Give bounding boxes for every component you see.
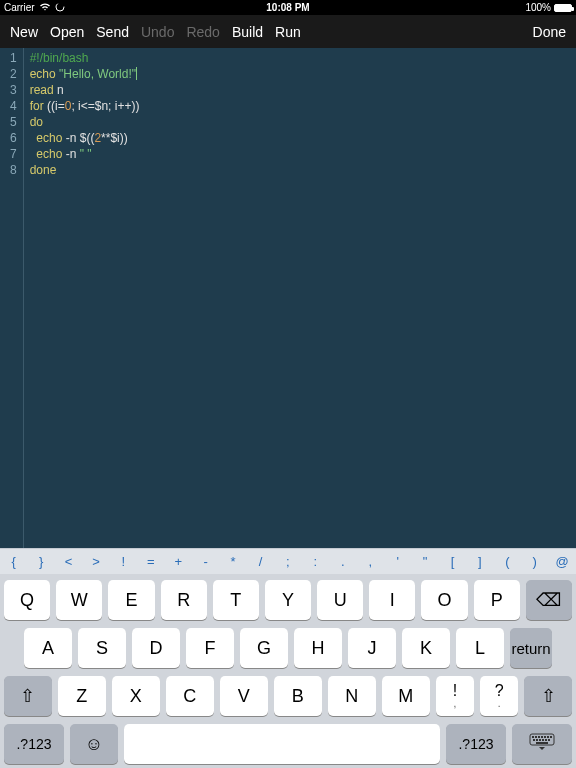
symbol-key[interactable]: * <box>219 554 246 569</box>
shift-key-right[interactable]: ⇧ <box>524 676 572 716</box>
toolbar: New Open Send Undo Redo Build Run Done <box>0 15 576 48</box>
code-content[interactable]: #!/bin/bashecho "Hello, World!"read nfor… <box>24 48 140 548</box>
symbol-key[interactable]: , <box>356 554 383 569</box>
code-line[interactable]: echo -n $((2**$i)) <box>30 130 140 146</box>
undo-button[interactable]: Undo <box>141 24 174 40</box>
letter-key-y[interactable]: Y <box>265 580 311 620</box>
code-line[interactable]: done <box>30 162 140 178</box>
symbol-key[interactable]: [ <box>439 554 466 569</box>
backspace-icon: ⌫ <box>536 589 561 611</box>
symbol-key[interactable]: + <box>165 554 192 569</box>
return-key[interactable]: return <box>510 628 552 668</box>
period-key[interactable]: ?. <box>480 676 518 716</box>
carrier-label: Carrier <box>4 2 35 13</box>
symbol-key[interactable]: @ <box>548 554 575 569</box>
mode-key-left[interactable]: .?123 <box>4 724 64 764</box>
svg-rect-7 <box>547 736 549 738</box>
toolbar-left: New Open Send Undo Redo Build Run <box>10 24 301 40</box>
symbol-key[interactable]: / <box>247 554 274 569</box>
battery-percent: 100% <box>525 2 551 13</box>
svg-rect-3 <box>535 736 537 738</box>
letter-key-i[interactable]: I <box>369 580 415 620</box>
line-number: 8 <box>10 162 17 178</box>
open-button[interactable]: Open <box>50 24 84 40</box>
letter-key-j[interactable]: J <box>348 628 396 668</box>
letter-key-s[interactable]: S <box>78 628 126 668</box>
symbol-key[interactable]: ; <box>274 554 301 569</box>
letter-key-m[interactable]: M <box>382 676 430 716</box>
mode-key-right[interactable]: .?123 <box>446 724 506 764</box>
line-gutter: 12345678 <box>0 48 24 548</box>
letter-key-r[interactable]: R <box>161 580 207 620</box>
svg-rect-15 <box>536 742 548 744</box>
svg-point-0 <box>56 3 64 11</box>
emoji-key[interactable]: ☺ <box>70 724 118 764</box>
svg-rect-9 <box>533 739 535 741</box>
letter-key-a[interactable]: A <box>24 628 72 668</box>
code-line[interactable]: read n <box>30 82 140 98</box>
symbol-key[interactable]: > <box>82 554 109 569</box>
letter-key-o[interactable]: O <box>421 580 467 620</box>
done-button[interactable]: Done <box>533 24 566 40</box>
run-button[interactable]: Run <box>275 24 301 40</box>
letter-key-e[interactable]: E <box>108 580 154 620</box>
code-line[interactable]: for ((i=0; i<=$n; i++)) <box>30 98 140 114</box>
symbol-key[interactable]: - <box>192 554 219 569</box>
redo-button[interactable]: Redo <box>186 24 219 40</box>
letter-key-z[interactable]: Z <box>58 676 106 716</box>
symbol-key[interactable]: ] <box>466 554 493 569</box>
line-number: 5 <box>10 114 17 130</box>
hide-keyboard-key[interactable] <box>512 724 572 764</box>
battery-icon <box>554 4 572 12</box>
keyboard-row-2: ASDFGHJKL return <box>4 628 572 668</box>
comma-key[interactable]: !, <box>436 676 474 716</box>
symbol-key[interactable]: { <box>0 554 27 569</box>
letter-key-v[interactable]: V <box>220 676 268 716</box>
new-button[interactable]: New <box>10 24 38 40</box>
code-editor[interactable]: 12345678 #!/bin/bashecho "Hello, World!"… <box>0 48 576 548</box>
emoji-icon: ☺ <box>85 734 103 755</box>
letter-key-l[interactable]: L <box>456 628 504 668</box>
code-line[interactable]: echo "Hello, World!" <box>30 66 140 82</box>
status-bar: Carrier 10:08 PM 100% <box>0 0 576 15</box>
letter-key-q[interactable]: Q <box>4 580 50 620</box>
svg-rect-4 <box>538 736 540 738</box>
letter-key-f[interactable]: F <box>186 628 234 668</box>
letter-key-w[interactable]: W <box>56 580 102 620</box>
code-line[interactable]: echo -n " " <box>30 146 140 162</box>
symbol-key[interactable]: : <box>302 554 329 569</box>
letter-key-d[interactable]: D <box>132 628 180 668</box>
space-key[interactable] <box>124 724 440 764</box>
letter-key-g[interactable]: G <box>240 628 288 668</box>
symbol-key[interactable]: = <box>137 554 164 569</box>
svg-rect-11 <box>539 739 541 741</box>
letter-key-t[interactable]: T <box>213 580 259 620</box>
letter-key-c[interactable]: C <box>166 676 214 716</box>
wifi-icon <box>39 2 51 13</box>
symbol-key[interactable]: } <box>27 554 54 569</box>
letter-key-p[interactable]: P <box>474 580 520 620</box>
line-number: 4 <box>10 98 17 114</box>
symbol-key[interactable]: " <box>411 554 438 569</box>
letter-key-n[interactable]: N <box>328 676 376 716</box>
send-button[interactable]: Send <box>96 24 129 40</box>
letter-key-b[interactable]: B <box>274 676 322 716</box>
letter-key-k[interactable]: K <box>402 628 450 668</box>
symbol-key[interactable]: ! <box>110 554 137 569</box>
letter-key-u[interactable]: U <box>317 580 363 620</box>
letter-key-h[interactable]: H <box>294 628 342 668</box>
line-number: 2 <box>10 66 17 82</box>
letter-key-x[interactable]: X <box>112 676 160 716</box>
symbol-key[interactable]: . <box>329 554 356 569</box>
code-line[interactable]: #!/bin/bash <box>30 50 140 66</box>
build-button[interactable]: Build <box>232 24 263 40</box>
backspace-key[interactable]: ⌫ <box>526 580 572 620</box>
svg-rect-10 <box>536 739 538 741</box>
shift-key-left[interactable]: ⇧ <box>4 676 52 716</box>
symbol-key[interactable]: ) <box>521 554 548 569</box>
symbol-key[interactable]: ' <box>384 554 411 569</box>
symbol-key[interactable]: ( <box>494 554 521 569</box>
loading-icon <box>55 2 65 14</box>
symbol-key[interactable]: < <box>55 554 82 569</box>
code-line[interactable]: do <box>30 114 140 130</box>
